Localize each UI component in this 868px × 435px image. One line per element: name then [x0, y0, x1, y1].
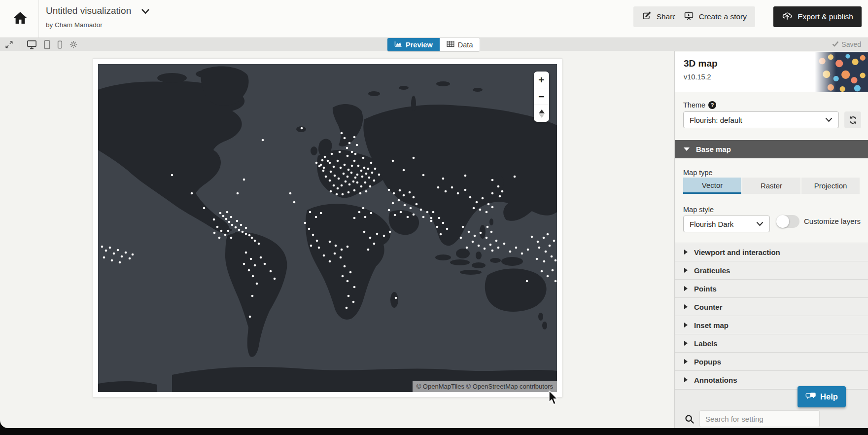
home-icon [13, 10, 28, 27]
map-zoom-control: + − [534, 72, 549, 122]
help-question-icon[interactable]: ? [708, 101, 716, 109]
tilt-control[interactable] [534, 105, 549, 122]
search-setting-input[interactable] [699, 410, 820, 427]
template-thumbnail [815, 52, 868, 92]
section-base-map[interactable]: Base map [675, 140, 868, 158]
home-button[interactable] [9, 7, 32, 31]
expand-triangle-icon [684, 250, 688, 254]
help-chat-icon [805, 392, 816, 402]
template-version: v10.15.2 [684, 73, 711, 81]
refresh-icon [849, 116, 857, 124]
customize-layers-label: Customize layers [804, 217, 861, 225]
theme-select-value: Flourish: default [690, 116, 742, 124]
collapse-triangle-icon [684, 147, 690, 151]
section-graticules[interactable]: Graticules [675, 261, 868, 279]
section-inset-map[interactable]: Inset map [675, 316, 868, 334]
theme-label-row: Theme ? [683, 101, 716, 109]
export-upload-icon [782, 10, 793, 23]
tab-data[interactable]: Data [440, 38, 480, 51]
desktop-preview-icon[interactable] [27, 40, 37, 49]
section-counter[interactable]: Counter [675, 297, 868, 316]
expand-triangle-icon [684, 377, 688, 382]
map-type-raster[interactable]: Raster [742, 178, 800, 194]
zoom-in-button[interactable]: + [534, 72, 549, 88]
export-publish-label: Export & publish [798, 12, 853, 21]
chevron-down-icon [141, 7, 150, 16]
theme-select[interactable]: Flourish: default [683, 111, 839, 128]
fullscreen-icon[interactable] [5, 40, 13, 49]
share-icon [642, 11, 652, 23]
save-status: Saved [832, 38, 861, 51]
tab-data-label: Data [458, 41, 473, 49]
theme-label: Theme [683, 101, 705, 109]
create-story-label: Create a story [699, 12, 747, 21]
map-type-projection[interactable]: Projection [801, 178, 860, 194]
expand-triangle-icon [684, 359, 688, 364]
tilt-up-icon [539, 109, 545, 113]
refresh-theme-button[interactable] [844, 111, 861, 128]
section-points[interactable]: Points [675, 279, 868, 297]
map-style-label: Map style [683, 206, 714, 214]
customize-layers-toggle[interactable] [777, 215, 799, 228]
toolbar-divider [20, 40, 20, 49]
zoom-out-button[interactable]: − [534, 88, 549, 105]
tablet-preview-icon[interactable] [43, 40, 51, 49]
tab-preview-label: Preview [406, 41, 433, 49]
map-style-select[interactable]: Flourish Dark [683, 216, 770, 232]
editor-toolbar: Preview Data Saved [0, 37, 868, 51]
help-button[interactable]: Help [798, 386, 846, 407]
data-table-icon [447, 40, 454, 49]
map-attribution[interactable]: © OpenMapTiles © OpenStreetMap contribut… [413, 381, 557, 392]
create-story-button[interactable]: Create a story [675, 6, 755, 27]
top-header: Untitled visualization by Cham Mamador S… [0, 0, 868, 37]
share-label: Share [657, 12, 677, 21]
map-type-vector[interactable]: Vector [683, 178, 741, 194]
saved-label: Saved [841, 40, 861, 48]
visualization-card: + − © OpenMapTiles © OpenStreetMap contr… [93, 58, 562, 398]
viz-byline: by Cham Mamador [46, 21, 150, 29]
mobile-preview-icon[interactable] [57, 40, 63, 49]
export-publish-button[interactable]: Export & publish [773, 6, 862, 27]
preview-chart-icon [394, 40, 402, 49]
zoom-in-label: + [538, 74, 544, 86]
select-chevron-icon [756, 221, 764, 226]
expand-triangle-icon [684, 323, 688, 327]
story-icon [684, 11, 694, 23]
app-window: Untitled visualization by Cham Mamador S… [0, 0, 868, 428]
base-map-title: Base map [696, 145, 731, 153]
expand-triangle-icon [684, 341, 688, 346]
section-popups[interactable]: Popups [675, 352, 868, 370]
tab-preview[interactable]: Preview [387, 38, 440, 51]
search-icon [685, 414, 694, 426]
viz-title: Untitled visualization [46, 5, 131, 18]
title-menu[interactable]: Untitled visualization [46, 5, 150, 18]
expand-triangle-icon [684, 268, 688, 273]
map-style-value: Flourish Dark [690, 220, 733, 228]
map-type-label: Map type [683, 169, 713, 177]
expand-triangle-icon [684, 304, 688, 309]
map-canvas[interactable]: + − © OpenMapTiles © OpenStreetMap contr… [98, 64, 557, 392]
saved-check-icon [832, 40, 839, 48]
map-type-segments: Vector Raster Projection [683, 178, 860, 194]
section-labels[interactable]: Labels [675, 334, 868, 352]
template-card: 3D map v10.15.2 [675, 52, 868, 92]
settings-panel: 3D map v10.15.2 Theme ? Flourish: defaul… [674, 51, 868, 428]
gear-icon[interactable] [69, 40, 78, 49]
zoom-out-label: − [538, 91, 544, 103]
continents [98, 67, 557, 392]
tilt-down-icon [539, 114, 544, 118]
template-name: 3D map [684, 58, 718, 69]
preview-data-tabs: Preview Data [387, 38, 480, 51]
help-label: Help [820, 392, 838, 401]
section-viewport-and-interaction[interactable]: Viewport and interaction [675, 243, 868, 261]
world-map [98, 64, 557, 392]
toggle-knob [776, 215, 789, 228]
select-chevron-icon [825, 117, 833, 122]
expand-triangle-icon [684, 286, 688, 291]
header-divider [38, 0, 39, 37]
